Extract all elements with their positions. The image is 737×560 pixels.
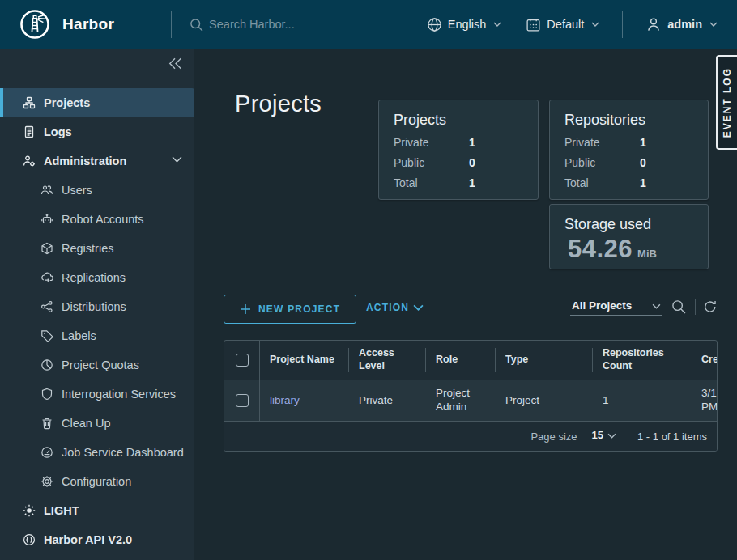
globe-icon xyxy=(427,17,442,32)
items-count: 1 - 1 of 1 items xyxy=(637,431,707,443)
global-search-input[interactable] xyxy=(209,18,355,31)
project-filter-select[interactable]: All Projects xyxy=(570,298,662,316)
column-header-access-level[interactable]: Access Level xyxy=(349,341,426,380)
select-all-checkbox[interactable] xyxy=(236,354,249,367)
plus-icon xyxy=(240,303,251,315)
action-dropdown[interactable]: ACTION xyxy=(366,302,424,313)
harbor-app: Harbor English xyxy=(0,0,737,560)
storage-value-line: 54.26 MiB xyxy=(550,235,708,264)
cell-type: Project xyxy=(496,380,593,421)
search-icon xyxy=(190,18,203,32)
sidebar-item-labels[interactable]: Labels xyxy=(0,321,194,350)
top-navbar: Harbor English xyxy=(0,0,737,49)
sidebar-item-harbor-api[interactable]: Harbor API V2.0 xyxy=(0,525,194,554)
filter-selected-label: All Projects xyxy=(572,299,632,312)
column-header-creation-time[interactable]: Creation Time xyxy=(697,341,717,380)
table-row: library Private Project Admin Project 1 … xyxy=(224,380,717,422)
harbor-logo-icon[interactable] xyxy=(19,9,50,40)
event-log-tab[interactable]: EVENT LOG xyxy=(716,55,737,150)
sidebar-item-distributions[interactable]: Distributions xyxy=(0,292,194,321)
header-checkbox-cell xyxy=(224,341,260,380)
robot-icon xyxy=(40,213,53,226)
row-checkbox-cell xyxy=(224,380,260,421)
stat-row: Public 0 xyxy=(379,156,538,169)
card-title: Repositories xyxy=(550,100,708,129)
stat-row: Total 1 xyxy=(550,176,708,189)
sidebar-item-label: Administration xyxy=(44,155,126,168)
stat-value: 1 xyxy=(469,136,475,149)
navbar-divider xyxy=(171,11,172,38)
language-menu[interactable]: English xyxy=(427,17,502,32)
sidebar-item-users[interactable]: Users xyxy=(0,176,194,205)
column-header-type[interactable]: Type xyxy=(496,341,593,380)
user-menu[interactable]: admin xyxy=(645,16,718,32)
gauge-icon xyxy=(40,446,53,459)
sidebar-item-project-quotas[interactable]: Project Quotas xyxy=(0,350,194,380)
chevron-down-icon[interactable] xyxy=(172,156,182,163)
table-footer: Page size 15 1 - 1 of 1 items xyxy=(224,422,717,451)
username-label: admin xyxy=(667,18,702,31)
stat-label: Total xyxy=(564,176,640,189)
column-header-repositories-count[interactable]: Repositories Count xyxy=(593,341,697,380)
admin-user-gear-icon xyxy=(23,155,36,168)
repositories-summary-card: Repositories Private 1 Public 0 Total 1 xyxy=(549,100,709,200)
sidebar-item-registries[interactable]: Registries xyxy=(0,234,194,263)
chevron-down-icon xyxy=(493,22,501,27)
row-checkbox[interactable] xyxy=(236,394,249,407)
share-icon xyxy=(40,300,53,313)
sidebar-item-administration[interactable]: Administration xyxy=(0,146,194,176)
project-link[interactable]: library xyxy=(270,394,300,408)
sidebar-item-label: Users xyxy=(62,184,92,197)
stat-label: Private xyxy=(394,136,469,149)
search-icon[interactable] xyxy=(671,299,686,314)
sidebar-item-theme-toggle[interactable]: LIGHT xyxy=(0,496,194,525)
sidebar-item-label: Robot Accounts xyxy=(62,213,144,226)
card-title: Storage used xyxy=(550,205,708,233)
card-title: Projects xyxy=(379,100,538,129)
chevron-down-icon xyxy=(413,304,424,311)
sidebar-item-replications[interactable]: Replications xyxy=(0,263,194,292)
sidebar-item-robot-accounts[interactable]: Robot Accounts xyxy=(0,205,194,234)
stat-label: Private xyxy=(564,136,640,149)
sidebar-item-label: Distributions xyxy=(62,300,126,313)
navbar-right: English Default xyxy=(427,11,718,38)
storage-summary-card: Storage used 54.26 MiB xyxy=(549,204,709,269)
action-label: ACTION xyxy=(366,302,409,313)
logs-icon xyxy=(23,125,36,138)
users-icon xyxy=(40,184,53,197)
page-size-label: Page size xyxy=(530,431,577,443)
projects-summary-card: Projects Private 1 Public 0 Total 1 xyxy=(378,100,539,200)
stat-value: 1 xyxy=(469,176,475,189)
column-header-project-name[interactable]: Project Name xyxy=(260,341,349,380)
refresh-icon[interactable] xyxy=(703,299,718,314)
brand-name: Harbor xyxy=(62,15,114,33)
sidebar-item-configuration[interactable]: Configuration xyxy=(0,467,194,496)
column-header-role[interactable]: Role xyxy=(426,341,496,380)
sidebar-item-interrogation-services[interactable]: Interrogation Services xyxy=(0,380,194,409)
stat-row: Private 1 xyxy=(379,136,538,149)
table-header-row: Project Name Access Level Role Type Repo… xyxy=(224,341,717,380)
stat-label: Public xyxy=(564,156,640,169)
sidebar-item-clean-up[interactable]: Clean Up xyxy=(0,409,194,438)
theme-menu[interactable]: Default xyxy=(526,17,599,32)
creation-time-line: 3/1 xyxy=(701,387,717,401)
chevron-down-icon xyxy=(652,303,661,309)
chevron-down-icon xyxy=(591,22,599,27)
pie-chart-icon xyxy=(40,358,53,371)
main-content: Projects Projects Private 1 Public 0 Tot… xyxy=(194,49,737,560)
sidebar-item-projects[interactable]: Projects xyxy=(0,88,194,117)
sidebar-collapse-icon[interactable] xyxy=(168,57,184,72)
chevron-down-icon xyxy=(709,22,718,27)
storage-value: 54.26 xyxy=(568,235,633,264)
new-project-label: NEW PROJECT xyxy=(258,303,340,315)
stat-row: Public 0 xyxy=(550,156,708,169)
sidebar-item-label: Harbor API V2.0 xyxy=(44,533,132,546)
new-project-button[interactable]: NEW PROJECT xyxy=(224,295,356,324)
creation-time-line: PM xyxy=(701,401,717,414)
project-filter-group: All Projects xyxy=(570,298,718,316)
sidebar-item-label: Logs xyxy=(44,125,72,138)
page-size-select[interactable]: 15 xyxy=(589,429,616,443)
projects-table: Project Name Access Level Role Type Repo… xyxy=(224,340,718,452)
sidebar-item-job-service-dashboard[interactable]: Job Service Dashboard xyxy=(0,438,194,467)
sidebar-item-logs[interactable]: Logs xyxy=(0,117,194,146)
